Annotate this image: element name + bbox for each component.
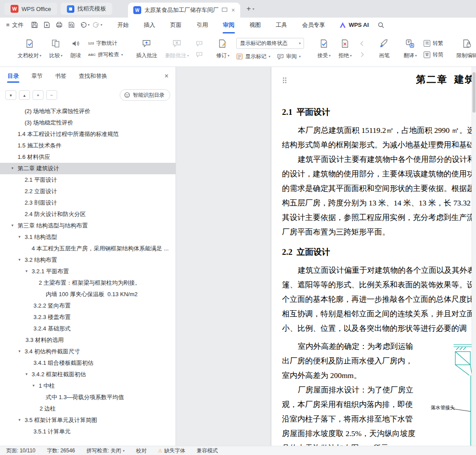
next-change-button[interactable]	[359, 51, 366, 58]
save-icon[interactable]	[31, 21, 38, 29]
scrollbar-thumb[interactable]	[472, 72, 476, 113]
delete-comment-button[interactable]: 删除批注▾	[161, 37, 192, 60]
new-tab-button[interactable]: + ▾	[246, 4, 254, 13]
proofing-indicator[interactable]: 校对	[136, 447, 146, 455]
smart-recognize-toc-button[interactable]: 智能识别目录	[120, 89, 170, 101]
toc-expand-arrow-icon[interactable]: ▾	[18, 258, 21, 262]
toc-expand-arrow-icon[interactable]: ▾	[11, 224, 14, 228]
toc-item[interactable]: (3) 场地稳定性评价	[0, 117, 176, 128]
track-changes-button[interactable]: 修订▾	[212, 37, 233, 60]
toc-item[interactable]: ▾第二章 建筑设计	[0, 163, 176, 174]
spell-check-button[interactable]: ABC 拼写检查 ▾	[88, 51, 123, 59]
toc-expand-arrow-icon[interactable]: ▾	[11, 166, 14, 170]
toc-item[interactable]: ▾第三章 结构选型与结构布置	[0, 220, 176, 231]
menu-tab-审阅[interactable]: 审阅	[222, 18, 235, 32]
sidebar-tab-查找和替换[interactable]: 查找和替换	[78, 69, 108, 84]
document-page[interactable]: 第二章 建筑设计 2.1 平面设计 本厂房总建筑面积 15119.2㎡，占地面积…	[271, 67, 476, 446]
toc-item[interactable]: ▾3.2.1 平面布置	[0, 266, 176, 277]
ink-brush-button[interactable]: 画笔	[375, 37, 393, 60]
plus-icon[interactable]: +	[246, 4, 251, 13]
wps-ai-button[interactable]: WPS AI	[339, 22, 369, 29]
missing-font-warning[interactable]: ⚠ 缺失字体	[158, 447, 185, 455]
toc-item[interactable]: 2.4 防火设计和防火分区	[0, 209, 176, 220]
vertical-scrollbar[interactable]	[472, 67, 476, 446]
insert-comment-button[interactable]: 插入批注	[132, 37, 161, 60]
menu-tab-插入[interactable]: 插入	[143, 18, 156, 32]
toc-expand-arrow-icon[interactable]: ▾	[26, 269, 28, 273]
sidebar-tab-目录[interactable]: 目录	[7, 69, 19, 84]
toc-expand-arrow-icon[interactable]: ▾	[26, 372, 28, 376]
toc-item[interactable]: 3.5.1 计算单元	[0, 426, 176, 437]
toc-item[interactable]: 1.4 本工程设计过程中所遵循的标准规范	[0, 128, 176, 140]
tab-wps-office[interactable]: W WPS Office	[4, 3, 57, 15]
close-pane-icon[interactable]: ×	[165, 72, 168, 80]
toc-item[interactable]: ▾3.1 结构选型	[0, 231, 176, 243]
toc-item[interactable]: 2.1 平面设计	[0, 174, 176, 186]
document-area[interactable]: 第二章 建筑设计 2.1 平面设计 本厂房总建筑面积 15119.2㎡，占地面积…	[176, 67, 476, 446]
menu-tab-工具[interactable]: 工具	[275, 18, 288, 32]
toc-item[interactable]: ▾1 中柱	[0, 380, 176, 392]
close-tab-icon[interactable]: ×	[231, 7, 235, 14]
next-comment-button[interactable]	[196, 51, 203, 58]
toc-item[interactable]: (2) 场地地下水腐蚀性评价	[0, 106, 176, 117]
sidebar-tab-章节[interactable]: 章节	[31, 69, 43, 84]
toc-item[interactable]: 1.5 施工技术条件	[0, 140, 176, 151]
toc-item[interactable]: 4 本工程为五层生产房，采用钢框架结构体系能满足 ...	[0, 243, 176, 254]
translate-button[interactable]: 翻译▾	[400, 37, 420, 60]
toc-item[interactable]: 2 主梁布置：框架梁与框架柱均为刚接。	[0, 277, 176, 289]
compare-button[interactable]: 比较▾	[46, 37, 66, 60]
zoom-in-button[interactable]: +	[33, 90, 44, 100]
zoom-out-button[interactable]: −	[46, 90, 57, 100]
collapse-all-button[interactable]: ▾	[5, 90, 16, 100]
toc-item[interactable]: ▾3.4.2 框架柱截面初估	[0, 369, 176, 380]
show-markup-button[interactable]: 显示标记 ▾	[236, 53, 270, 60]
menu-tab-页面[interactable]: 页面	[169, 18, 183, 32]
toc-item[interactable]: ▾3.2 结构布置	[0, 254, 176, 266]
review-mode-button[interactable]: 审阅 ▾	[277, 53, 300, 60]
redo-button[interactable]: ▾	[92, 21, 103, 29]
toc-item[interactable]: ▾3.4 初估构件截面尺寸	[0, 346, 176, 357]
toc-item[interactable]: 2.3 剖面设计	[0, 197, 176, 209]
tab-docer-template[interactable]: 找稻壳模板	[61, 3, 112, 15]
proofread-button[interactable]: 文档校对▾	[14, 37, 45, 60]
export-icon[interactable]	[43, 21, 51, 29]
file-menu-button[interactable]: ≡ 文件	[6, 21, 24, 29]
toc-item[interactable]: 2 边柱	[0, 403, 176, 415]
restrict-edit-button[interactable]: 限制编辑	[453, 37, 476, 60]
toc-item[interactable]: 2.2 立面设计	[0, 186, 176, 197]
print-icon[interactable]	[55, 21, 63, 29]
word-count-indicator[interactable]: 字数: 26546	[47, 447, 75, 455]
expand-all-button[interactable]: ▴	[19, 90, 30, 100]
previous-change-button[interactable]	[359, 40, 366, 47]
toc-expand-arrow-icon[interactable]: ▾	[33, 384, 35, 388]
accept-button[interactable]: 接受▾	[314, 37, 334, 60]
window-mode-icon[interactable]	[222, 7, 227, 14]
previous-comment-button[interactable]	[196, 40, 203, 47]
menu-tab-开始[interactable]: 开始	[117, 18, 130, 32]
chevron-down-icon[interactable]: ▾	[101, 23, 103, 27]
reject-button[interactable]: 拒绝▾	[335, 37, 355, 60]
print-preview-icon[interactable]	[68, 21, 75, 29]
toc-item[interactable]: 3.2.4 基础形式	[0, 323, 176, 334]
toc-item[interactable]: 3.2.3 楼盖布置	[0, 312, 176, 323]
toc-item[interactable]: 式中 1.3—荷载分项系数平均值	[0, 392, 176, 403]
word-count-button[interactable]: 123 字数统计	[88, 40, 123, 47]
toc-expand-arrow-icon[interactable]: ▾	[18, 418, 21, 422]
toc-item[interactable]: 内墙 100 厚夹心保温板 0.13 KN/m2	[0, 289, 176, 300]
toc-item[interactable]: 1.6 材料供应	[0, 151, 176, 163]
to-traditional-button[interactable]: 简 转繁	[424, 40, 443, 47]
sidebar-tab-书签[interactable]: 书签	[55, 69, 67, 84]
chevron-down-icon[interactable]: ▾	[253, 7, 254, 11]
toc-item[interactable]: 3.4.1 组合楼板截面初估	[0, 357, 176, 369]
menu-tab-视图[interactable]: 视图	[249, 18, 262, 32]
paragraph-drag-handle-icon[interactable]	[283, 77, 287, 84]
toc-item[interactable]: ▾3.5 框架计算单元及计算简图	[0, 415, 176, 426]
toc-expand-arrow-icon[interactable]: ▾	[18, 235, 21, 239]
toc-expand-arrow-icon[interactable]: ▾	[18, 349, 21, 353]
spellcheck-indicator[interactable]: 拼写检查: 关闭 ▾	[87, 447, 125, 455]
tab-document-active[interactable]: W 太原某食品加工厂储存车间厂 ×	[128, 3, 240, 18]
undo-button[interactable]: ▾	[80, 21, 90, 29]
page-indicator[interactable]: 页面: 10/110	[6, 447, 35, 455]
toc-item[interactable]: 3.3 材料的选用	[0, 334, 176, 346]
search-button[interactable]	[377, 22, 384, 29]
